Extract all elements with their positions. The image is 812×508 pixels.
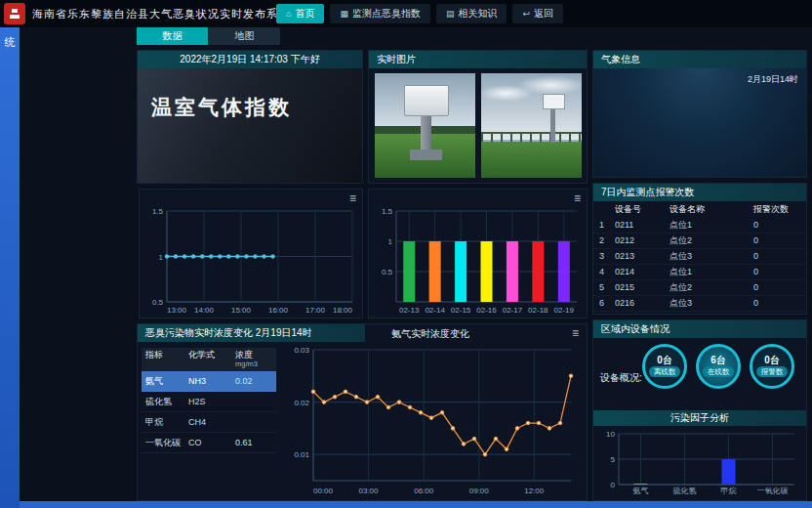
svg-text:06:00: 06:00: [414, 487, 434, 495]
weather-panel: 气象信息 2月19日14时: [592, 50, 807, 178]
ammonia-line-chart: 0.010.020.0300:0003:0006:0009:0012:00: [284, 342, 581, 496]
daily-bar-chart: 0.511.502-1302-1402-1502-1602-1702-1802-…: [371, 203, 585, 316]
photos-panel: 实时图片: [368, 50, 588, 184]
svg-text:0.02: 0.02: [294, 399, 309, 407]
photos-panel-title: 实时图片: [369, 51, 587, 68]
nav-item-odor-index[interactable]: ▦ 监测点恶臭指数: [330, 4, 430, 23]
device-stats: 0台 离线数 6台 在线数 0台 报警数: [642, 344, 794, 389]
table-row[interactable]: 60216点位30: [593, 296, 806, 312]
app-title: 海南省乐东黎族自治县大气恶臭状况实时发布系: [32, 7, 278, 21]
svg-text:18:00: 18:00: [333, 306, 353, 315]
svg-text:17:00: 17:00: [305, 306, 326, 315]
svg-text:02-13: 02-13: [399, 306, 420, 315]
svg-text:02-19: 02-19: [554, 306, 575, 315]
svg-text:1.5: 1.5: [152, 207, 164, 216]
svg-text:一氧化碳: 一氧化碳: [757, 487, 789, 495]
page-title: 温室气体指数: [138, 68, 362, 121]
daily-index-chart-panel: ≡ 0.511.502-1302-1402-1502-1602-1702-180…: [368, 189, 588, 318]
svg-text:10: 10: [606, 430, 615, 439]
odor-table: 指标 化学式 浓度 mg/m3 氨气NH30.02硫化氢H2S甲烷CH4一氧化碳…: [142, 348, 276, 453]
svg-text:14:00: 14:00: [194, 306, 215, 315]
station-photo-1[interactable]: [375, 73, 475, 178]
odor-table-body: 氨气NH30.02硫化氢H2S甲烷CH4一氧化碳CO0.61: [142, 371, 276, 453]
svg-text:1: 1: [388, 237, 393, 246]
svg-text:15:00: 15:00: [231, 306, 252, 315]
alarm-panel-title: 7日内监测点报警次数: [593, 184, 806, 201]
ghg-trend-chart-panel: ≡ 0.511.513:0014:0015:0016:0017:0018:00: [139, 189, 363, 318]
tab-map[interactable]: 地图: [209, 27, 280, 45]
svg-text:02-16: 02-16: [476, 306, 497, 315]
svg-text:12:00: 12:00: [524, 487, 545, 495]
col-concentration: 浓度 mg/m3: [235, 350, 272, 369]
svg-text:13:00: 13:00: [167, 306, 187, 315]
svg-text:0: 0: [611, 481, 616, 489]
weather-body: 2月19日14时: [593, 68, 806, 177]
svg-text:0.03: 0.03: [294, 346, 309, 355]
home-icon: ⌂: [286, 10, 291, 19]
svg-text:0.01: 0.01: [294, 450, 309, 459]
svg-text:0.5: 0.5: [152, 298, 164, 307]
station-cabinet: [543, 94, 566, 109]
device-overview-label: 设备概况:: [600, 371, 642, 385]
chart-menu-icon[interactable]: ≡: [572, 326, 579, 340]
svg-text:氨气: 氨气: [633, 487, 649, 495]
svg-text:1: 1: [159, 253, 164, 262]
table-row[interactable]: 氨气NH30.02: [142, 371, 276, 392]
odor-table-header: 指标 化学式 浓度 mg/m3: [142, 348, 276, 371]
alarm-table-panel: 7日内监测点报警次数 设备号 设备名称 报警次数 10211点位1020212点…: [592, 183, 807, 315]
svg-text:02-18: 02-18: [528, 306, 548, 315]
factor-analysis-title: 污染因子分析: [593, 410, 806, 426]
table-row[interactable]: 40214点位10: [593, 265, 806, 280]
station-pole: [421, 113, 430, 153]
svg-text:5: 5: [611, 455, 616, 464]
table-row[interactable]: 10211点位10: [593, 218, 806, 233]
top-bar: 海南省乐东黎族自治县大气恶臭状况实时发布系 ⌂ 首页 ▦ 监测点恶臭指数 ▤ 相…: [0, 0, 812, 27]
ammonia-chart-title: 氨气实时浓度变化: [284, 327, 577, 341]
table-row[interactable]: 20212点位20: [593, 233, 806, 249]
weather-panel-title: 气象信息: [593, 51, 806, 68]
tab-data[interactable]: 数据: [137, 27, 208, 45]
station-cabinet: [404, 85, 449, 116]
monitor-grid-icon: ▦: [340, 10, 348, 19]
col-indicator: 指标: [145, 350, 188, 369]
col-device-id: 设备号: [615, 201, 670, 218]
table-row[interactable]: 50215点位20: [593, 280, 806, 296]
photo-row: [375, 73, 582, 178]
station-base: [410, 149, 442, 160]
table-row[interactable]: 甲烷CH4: [142, 412, 276, 433]
dashboard-window: 海南省乐东黎族自治县大气恶臭状况实时发布系 ⌂ 首页 ▦ 监测点恶臭指数 ▤ 相…: [0, 0, 812, 508]
devices-panel-title: 区域内设备情况: [593, 320, 806, 338]
greeting-body: 温室气体指数: [138, 68, 362, 183]
table-row[interactable]: 硫化氢H2S: [142, 392, 276, 412]
concentration-unit: mg/m3: [235, 360, 272, 369]
offline-count-circle: 0台 离线数: [642, 344, 687, 389]
greeting-datetime: 2022年2月19日 14:17:03 下午好: [138, 51, 362, 68]
document-icon: ▤: [446, 10, 455, 19]
svg-text:02-15: 02-15: [451, 306, 471, 315]
bottom-frame-strip: [0, 501, 812, 508]
table-row[interactable]: 30213点位30: [593, 249, 806, 265]
svg-text:16:00: 16:00: [268, 306, 289, 315]
nav-item-knowledge[interactable]: ▤ 相关知识: [436, 4, 508, 23]
ghg-line-chart: 0.511.513:0014:0015:0016:0017:0018:00: [142, 203, 360, 316]
nav-item-home[interactable]: ⌂ 首页: [276, 4, 324, 23]
svg-text:0.5: 0.5: [382, 268, 393, 276]
nav-item-back[interactable]: ↩ 返回: [512, 4, 563, 23]
svg-text:00:00: 00:00: [313, 487, 334, 495]
photo-sky: [481, 73, 582, 140]
photo-grass: [481, 142, 582, 178]
table-row[interactable]: 一氧化碳CO0.61: [142, 433, 276, 453]
chart-menu-icon[interactable]: ≡: [574, 191, 581, 205]
greeting-panel: 2022年2月19日 14:17:03 下午好 温室气体指数: [137, 50, 363, 184]
station-photo-2[interactable]: [481, 73, 582, 178]
station-pole: [550, 105, 555, 143]
sidebar-strip[interactable]: 统: [0, 27, 20, 508]
col-device-name: 设备名称: [670, 201, 753, 218]
svg-text:1.5: 1.5: [382, 207, 393, 216]
devices-panel: 区域内设备情况 设备概况: 0台 离线数 6台 在线数 0台 报警数 污染因子分…: [592, 319, 807, 501]
svg-text:03:00: 03:00: [358, 487, 379, 495]
chart-menu-icon[interactable]: ≡: [349, 191, 356, 205]
alarm-count-circle: 0台 报警数: [750, 344, 794, 389]
odor-realtime-panel: 恶臭污染物实时浓度变化 2月19日14时 氨气实时浓度变化 ≡ 指标 化学式 浓…: [137, 323, 588, 501]
svg-text:甲烷: 甲烷: [721, 487, 737, 495]
